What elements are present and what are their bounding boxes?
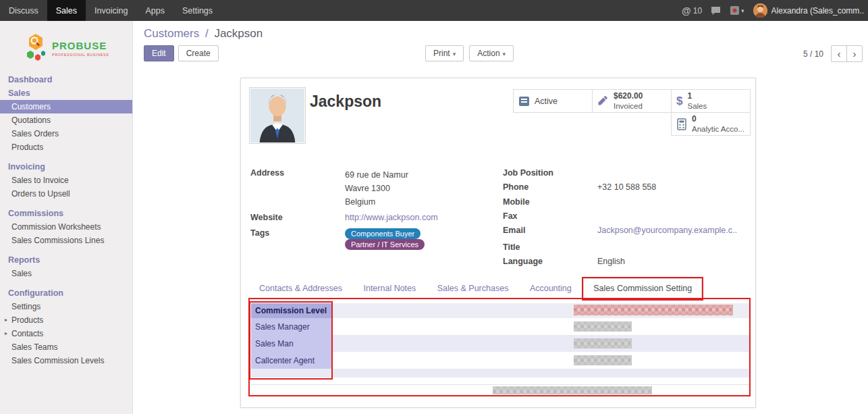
form-buttons: Edit Create [144, 45, 219, 61]
action-buttons: Print▾ Action▾ [425, 45, 514, 61]
logo-title: PROBUSE [52, 40, 109, 51]
analytic-count-value: 0 [692, 114, 697, 124]
pager-next-button[interactable]: › [846, 45, 863, 62]
sidebar-item-commission-worksheets[interactable]: Commission Worksheets [0, 220, 132, 234]
menu-sales[interactable]: Sales [47, 0, 86, 21]
pencil-icon [597, 95, 609, 107]
sidebar-item-config-products[interactable]: ▸ Products [0, 313, 132, 327]
sidebar-item-products[interactable]: Products [0, 140, 132, 154]
edit-button[interactable]: Edit [144, 45, 174, 61]
tag-components-buyer[interactable]: Components Buyer [345, 228, 421, 239]
form-sheet: Jackpson Active $620.00 Invoiced [240, 78, 756, 408]
language-value: English [597, 257, 625, 268]
pager-previous-button[interactable]: ‹ [831, 45, 847, 62]
mention-count: 10 [693, 6, 702, 16]
sidebar-section-configuration[interactable]: Configuration [0, 286, 132, 300]
messages-button[interactable] [711, 6, 721, 16]
sidebar-item-customers[interactable]: Customers [0, 100, 132, 113]
sidebar-section-commissions[interactable]: Commissions [0, 207, 132, 220]
user-name: Alexandra (Sales_comm.. [771, 6, 864, 16]
mentions-button[interactable]: @ 10 [682, 5, 702, 16]
analytic-count-label: Analytic Acco... [692, 124, 744, 134]
menu-discuss[interactable]: Discuss [0, 0, 47, 21]
table-footer-row [251, 384, 750, 394]
menu-settings[interactable]: Settings [173, 0, 221, 21]
sidebar-item-sales-orders[interactable]: Sales Orders [0, 127, 132, 140]
invoiced-stat-button[interactable]: $620.00 Invoiced [592, 89, 672, 113]
table-row-sales-manager[interactable]: Sales Manager [251, 318, 750, 335]
tab-contacts-addresses[interactable]: Contacts & Addresses [250, 279, 352, 299]
tag-partner-it-services[interactable]: Partner / IT Services [345, 239, 425, 250]
sidebar-item-sales-to-invoice[interactable]: Sales to Invoice [0, 174, 132, 187]
main-content: Customers / Jackpson Edit Create Print▾ … [133, 21, 868, 414]
user-avatar [753, 3, 767, 18]
sidebar-section-dashboard[interactable]: Dashboard [0, 73, 132, 86]
action-dropdown-button[interactable]: Action▾ [469, 45, 514, 61]
tab-sales-commission-setting[interactable]: Sales Commission Setting [583, 278, 702, 299]
website-link[interactable]: http://www.jackpson.com [345, 213, 438, 224]
table-row-callcenter-agent[interactable]: Callcenter Agent [251, 352, 750, 369]
column-header-commission-level[interactable]: Commission Level [251, 303, 332, 318]
analytic-accounts-stat-button[interactable]: 0 Analytic Acco... [671, 112, 751, 136]
menu-apps[interactable]: Apps [136, 0, 173, 21]
table-header-row: Commission Level [251, 303, 750, 318]
fax-label: Fax [503, 211, 597, 223]
pager-value: 5 / 10 [803, 49, 823, 59]
tab-sales-purchases[interactable]: Sales & Purchases [428, 279, 518, 299]
commission-level-cell[interactable]: Sales Manager [251, 318, 332, 335]
phone-value: +32 10 588 558 [597, 182, 656, 194]
user-menu[interactable]: Alexandra (Sales_comm.. [753, 3, 864, 18]
sidebar-item-sales-commission-levels[interactable]: Sales Commission Levels [0, 354, 132, 367]
sidebar-item-config-contacts[interactable]: ▸ Contacts [0, 327, 132, 340]
commission-level-cell[interactable]: Callcenter Agent [251, 352, 332, 369]
sidebar-item-settings[interactable]: Settings [0, 300, 132, 313]
sidebar-item-sales-teams[interactable]: Sales Teams [0, 340, 132, 354]
email-link[interactable]: Jackpson@yourcompany.example.c.. [597, 226, 737, 237]
sidebar-item-reports-sales[interactable]: Sales [0, 267, 132, 280]
sidebar: PROBUSE PROFESSIONAL BUSINESS Dashboard … [0, 21, 133, 414]
breadcrumb-current: Jackpson [214, 27, 263, 40]
commission-level-cell[interactable]: Sales Man [251, 335, 332, 352]
address-label: Address [250, 168, 345, 209]
mobile-label: Mobile [503, 197, 597, 209]
sales-count-value: 1 [687, 91, 692, 101]
breadcrumb-separator: / [205, 27, 209, 40]
topbar-right: @ 10 ▾ Alexandra (Sales_comm.. [682, 3, 868, 18]
fields-left-column: Address 69 rue de Namur Wavre 1300 Belgi… [250, 168, 503, 271]
create-button[interactable]: Create [178, 45, 219, 61]
active-stat-button[interactable]: Active [513, 89, 593, 113]
breadcrumb-customers-link[interactable]: Customers [144, 27, 199, 40]
field-grid: Address 69 rue de Namur Wavre 1300 Belgi… [250, 168, 750, 271]
phone-label: Phone [503, 182, 597, 194]
dollar-icon: $ [676, 95, 682, 108]
sidebar-section-sales[interactable]: Sales [0, 86, 132, 100]
sidebar-item-quotations[interactable]: Quotations [0, 113, 132, 127]
sidebar-section-reports[interactable]: Reports [0, 253, 132, 267]
sidebar-item-label: Products [11, 315, 43, 325]
menu-invoicing[interactable]: Invoicing [86, 0, 136, 21]
sales-stat-button[interactable]: $ 1 Sales [671, 89, 751, 113]
sidebar-nav: Dashboard Sales Customers Quotations Sal… [0, 73, 132, 367]
job-position-label: Job Position [503, 168, 597, 180]
sidebar-item-orders-to-upsell[interactable]: Orders to Upsell [0, 187, 132, 201]
table-empty-row [251, 369, 750, 378]
caret-down-icon: ▾ [453, 51, 456, 57]
debug-menu-button[interactable]: ▾ [730, 5, 744, 16]
app-logo[interactable]: PROBUSE PROFESSIONAL BUSINESS [0, 21, 132, 72]
tab-internal-notes[interactable]: Internal Notes [354, 279, 425, 299]
language-label: Language [503, 257, 597, 268]
print-dropdown-button[interactable]: Print▾ [425, 45, 464, 61]
redacted-cell-block [574, 355, 632, 365]
active-toggle-icon [518, 96, 530, 107]
table-row-sales-man[interactable]: Sales Man [251, 335, 750, 352]
chevron-right-icon: ▸ [5, 330, 7, 336]
redacted-footer-block [493, 386, 652, 394]
app-window: Discuss Sales Invoicing Apps Settings @ … [0, 0, 868, 414]
sidebar-section-invoicing[interactable]: Invoicing [0, 160, 132, 174]
address-value: 69 rue de Namur Wavre 1300 Belgium [345, 168, 408, 209]
title-label: Title [503, 242, 597, 254]
sidebar-item-sales-commissions-lines[interactable]: Sales Commissions Lines [0, 234, 132, 247]
table-header-rest [332, 303, 750, 318]
logo-text: PROBUSE PROFESSIONAL BUSINESS [52, 40, 109, 57]
tab-accounting[interactable]: Accounting [520, 279, 581, 299]
